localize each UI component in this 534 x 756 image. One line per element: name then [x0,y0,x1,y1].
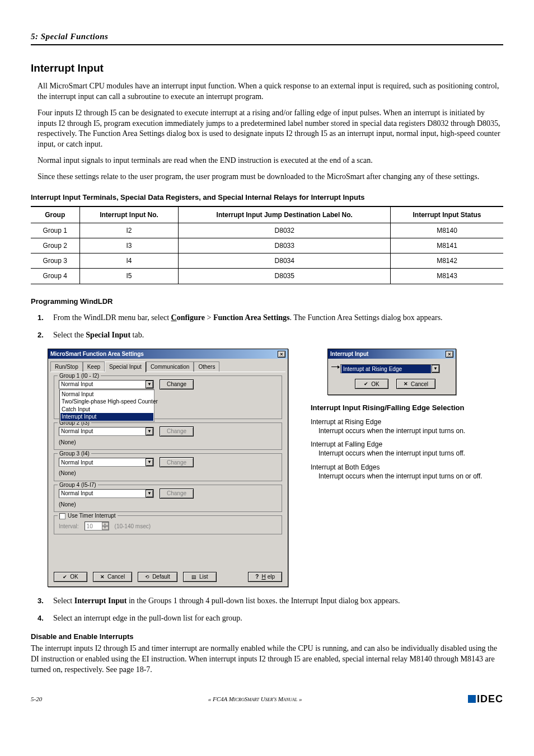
group4-change-button[interactable]: Change [160,489,194,499]
titlebar: MicroSmart Function Area Settings × [48,349,288,359]
close-icon[interactable]: × [278,351,285,358]
disable-heading: Disable and Enable Interrupts [31,632,503,642]
edge-item: Interrupt at Rising EdgeInterrupt occurs… [311,417,503,435]
interval-unit: (10-140 msec) [115,523,151,530]
arrow-icon [331,367,339,367]
paragraph: Since these settings relate to the user … [38,172,503,182]
titlebar: Interrupt Input × [328,349,456,359]
edge-selection-heading: Interrupt Input Rising/Falling Edge Sele… [311,403,503,413]
group2-box: Group 2 (I3) Normal Input▼ Change (None) [54,422,282,450]
group1-box: Group 1 (I0 - I2) Normal Input ▼ Normal … [54,375,282,419]
chapter-header: 5: Special Functions [31,31,503,45]
ok-button[interactable]: OK [54,572,87,582]
chevron-down-icon[interactable]: ▼ [146,458,153,466]
default-button[interactable]: Default [138,572,177,582]
tab-special-input[interactable]: Special Input [105,361,146,372]
brand-logo: IDEC [468,692,503,706]
option-hsc[interactable]: Two/Single-phase High-speed Counter [60,398,153,406]
th-input-no: Interrupt Input No. [79,206,179,223]
option-interrupt[interactable]: Interrupt Input [60,413,153,421]
group1-select[interactable]: Normal Input ▼ Normal Input Two/Single-p… [59,380,154,389]
cancel-button[interactable]: Cancel [93,572,132,582]
interval-spinner[interactable]: 10▲▼ [85,522,109,530]
group1-legend: Group 1 (I0 - I2) [58,372,101,380]
tab-keep[interactable]: Keep [83,361,105,372]
dialog-title: MicroSmart Function Area Settings [50,350,144,358]
timer-legend: Use Timer Interrupt [58,512,118,520]
timer-box: Use Timer Interrupt Interval: 10▲▼ (10-1… [54,515,282,534]
group2-change-button[interactable]: Change [160,426,194,436]
function-area-settings-dialog: MicroSmart Function Area Settings × Run/… [48,349,288,587]
interval-label: Interval: [59,523,79,530]
group2-status: (None) [59,439,277,447]
th-status: Interrupt Input Status [391,206,503,223]
edge-item: Interrupt at Both EdgesInterrupt occurs … [311,463,503,481]
step-1: 1.From the WindLDR menu bar, select Conf… [38,313,503,323]
ok-button[interactable]: OK [355,379,388,389]
chevron-down-icon[interactable]: ▼ [146,490,153,497]
step-2: 2.Select the Special Input tab. [38,330,503,341]
interrupt-table: Group Interrupt Input No. Interrupt Inpu… [31,206,503,284]
group3-box: Group 3 (I4) Normal Input▼ Change (None) [54,453,282,481]
chevron-down-icon[interactable]: ▼ [146,428,153,435]
logo-square-icon [468,695,476,703]
group3-status: (None) [59,469,277,477]
option-normal[interactable]: Normal Input [60,391,153,398]
edge-item: Interrupt at Falling EdgeInterrupt occur… [311,440,503,458]
list-button[interactable]: List [183,572,217,582]
table-caption: Interrupt Input Terminals, Special Data … [31,192,503,203]
group2-select[interactable]: Normal Input▼ [59,427,154,436]
step-4: 4.Select an interrupt edge in the pull-d… [38,613,503,624]
tab-strip: Run/Stop Keep Special Input Communicatio… [48,359,288,372]
group4-legend: Group 4 (I5-I7) [58,481,98,489]
interrupt-input-dialog: Interrupt Input × Interrupt at Rising Ed… [327,349,456,396]
table-row: Group 2I3D8033M8141 [31,238,503,253]
tab-runstop[interactable]: Run/Stop [50,361,83,372]
edge-select[interactable]: Interrupt at Rising Edge ▼ [340,364,440,373]
group3-select[interactable]: Normal Input▼ [59,458,154,467]
programming-heading: Programming WindLDR [31,297,503,307]
th-jump: Interrupt Input Jump Destination Label N… [179,206,391,223]
dialog-title: Interrupt Input [330,350,368,358]
group3-legend: Group 3 (I4) [58,450,91,458]
paragraph: Normal input signals to input terminals … [38,156,503,166]
group1-options[interactable]: Normal Input Two/Single-phase High-speed… [59,389,154,422]
group3-change-button[interactable]: Change [160,457,194,467]
paragraph: Four inputs I2 through I5 can be designa… [38,108,503,151]
page-number: 5-20 [31,695,42,703]
help-button[interactable]: Help [248,572,282,582]
group4-status: (None) [59,501,277,509]
table-row: Group 3I4D8034M8142 [31,253,503,269]
section-title: Interrupt Input [31,61,503,76]
option-catch[interactable]: Catch Input [60,406,153,414]
paragraph: All MicroSmart CPU modules have an inter… [38,81,503,102]
group1-change-button[interactable]: Change [160,379,194,389]
tab-communication[interactable]: Communication [146,361,194,372]
chevron-down-icon[interactable]: ▼ [146,381,153,388]
tab-others[interactable]: Others [194,361,219,372]
group4-box: Group 4 (I5-I7) Normal Input▼ Change (No… [54,485,282,513]
group4-select[interactable]: Normal Input▼ [59,489,154,498]
manual-title: « FC4A MicroSmart User's Manual » [208,695,302,703]
close-icon[interactable]: × [446,351,453,358]
cancel-button[interactable]: Cancel [396,379,435,389]
th-group: Group [31,206,79,223]
table-row: Group 1I2D8032M8140 [31,223,503,238]
table-row: Group 4I5D8035M8143 [31,269,503,284]
step-3: 3.Select Interrupt Input in the Groups 1… [38,596,503,607]
page-footer: 5-20 « FC4A MicroSmart User's Manual » I… [31,692,503,706]
chevron-down-icon[interactable]: ▼ [432,365,439,373]
timer-checkbox[interactable] [59,513,65,519]
paragraph: The interrupt inputs I2 through I5 and t… [31,644,503,675]
